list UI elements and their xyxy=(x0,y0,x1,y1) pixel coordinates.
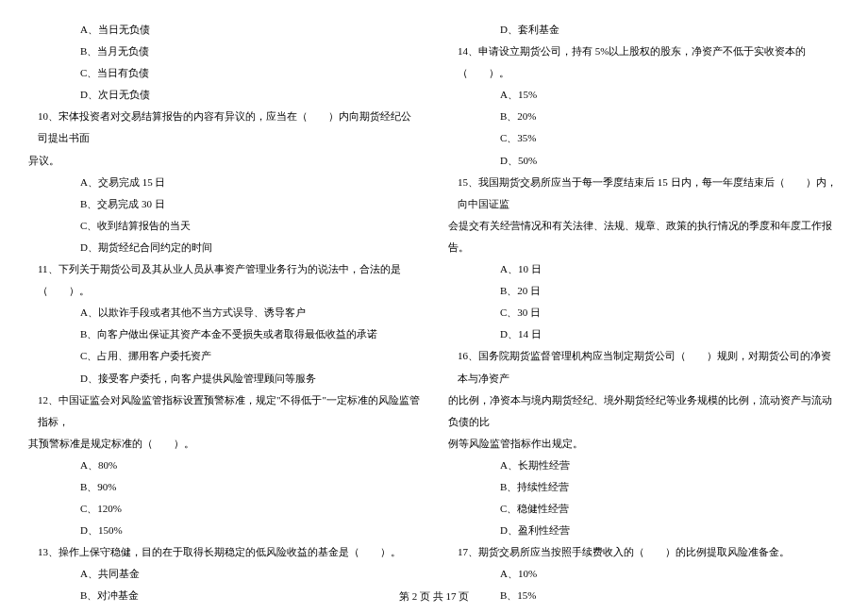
question-14: 14、申请设立期货公司，持有 5%以上股权的股东，净资产不低于实收资本的（ ）。 xyxy=(448,41,840,84)
question-13: 13、操作上保守稳健，目的在于取得长期稳定的低风险收益的基金是（ ）。 xyxy=(28,541,420,563)
question-12: 12、中国证监会对风险监管指标设置预警标准，规定"不得低于"一定标准的风险监管指… xyxy=(28,389,420,433)
option-text: B、持续性经营 xyxy=(448,476,840,498)
option-text: C、20% xyxy=(448,607,840,613)
option-text: D、14 日 xyxy=(448,323,840,345)
option-text: C、占用、挪用客户委托资产 xyxy=(28,345,420,367)
option-text: C、期货投资基金 xyxy=(28,607,420,613)
option-text: D、套利基金 xyxy=(448,19,840,41)
question-12-cont: 其预警标准是规定标准的（ ）。 xyxy=(28,433,420,455)
option-text: D、盈利性经营 xyxy=(448,520,840,541)
question-15-cont: 会提交有关经营情况和有关法律、法规、规章、政策的执行情况的季度和年度工作报告。 xyxy=(448,215,840,258)
question-10-cont: 异议。 xyxy=(28,150,420,172)
option-text: C、120% xyxy=(28,498,420,520)
question-16-cont2: 例等风险监管指标作出规定。 xyxy=(448,433,840,455)
option-text: D、次日无负债 xyxy=(28,84,420,106)
option-text: D、50% xyxy=(448,150,840,172)
option-text: A、10 日 xyxy=(448,258,840,280)
option-text: A、共同基金 xyxy=(28,563,420,585)
option-text: A、当日无负债 xyxy=(28,19,420,41)
option-text: A、10% xyxy=(448,563,840,585)
page-footer: 第 2 页 共 17 页 xyxy=(0,589,868,604)
option-text: C、稳健性经营 xyxy=(448,498,840,520)
left-column: A、当日无负债 B、当月无负债 C、当日有负债 D、次日无负债 10、宋体投资者… xyxy=(28,19,420,575)
option-text: C、收到结算报告的当天 xyxy=(28,215,420,237)
question-11: 11、下列关于期货公司及其从业人员从事资产管理业务行为的说法中，合法的是（ ）。 xyxy=(28,258,420,302)
question-17: 17、期货交易所应当按照手续费收入的（ ）的比例提取风险准备金。 xyxy=(448,541,840,563)
question-10: 10、宋体投资者对交易结算报告的内容有异议的，应当在（ ）内向期货经纪公司提出书… xyxy=(28,106,420,149)
option-text: C、当日有负债 xyxy=(28,62,420,84)
question-16: 16、国务院期货监督管理机构应当制定期货公司（ ）规则，对期货公司的净资本与净资… xyxy=(448,345,840,389)
option-text: D、150% xyxy=(28,520,420,541)
option-text: D、接受客户委托，向客户提供风险管理顾问等服务 xyxy=(28,368,420,389)
question-16-cont: 的比例，净资本与境内期货经纪、境外期货经纪等业务规模的比例，流动资产与流动负债的… xyxy=(448,389,840,433)
option-text: B、90% xyxy=(28,476,420,498)
question-15: 15、我国期货交易所应当于每一季度结束后 15 日内，每一年度结束后（ ）内，向… xyxy=(448,172,840,215)
option-text: A、交易完成 15 日 xyxy=(28,172,420,193)
option-text: C、35% xyxy=(448,127,840,149)
option-text: B、向客户做出保证其资产本金不受损失或者取得最低收益的承诺 xyxy=(28,323,420,345)
option-text: B、交易完成 30 日 xyxy=(28,193,420,215)
option-text: A、80% xyxy=(28,455,420,476)
option-text: B、当月无负债 xyxy=(28,41,420,62)
option-text: D、期货经纪合同约定的时间 xyxy=(28,237,420,258)
option-text: C、30 日 xyxy=(448,302,840,323)
option-text: A、15% xyxy=(448,84,840,106)
option-text: A、以欺诈手段或者其他不当方式误导、诱导客户 xyxy=(28,302,420,323)
right-column: D、套利基金 14、申请设立期货公司，持有 5%以上股权的股东，净资产不低于实收… xyxy=(448,19,840,575)
option-text: B、20 日 xyxy=(448,280,840,302)
option-text: B、20% xyxy=(448,106,840,127)
option-text: A、长期性经营 xyxy=(448,455,840,476)
